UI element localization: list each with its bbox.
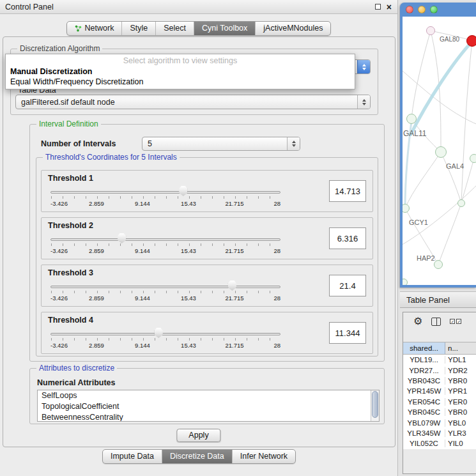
tab-style[interactable]: Style [121,22,155,35]
float-window-icon[interactable] [375,4,381,10]
apply-button[interactable]: Apply [176,429,220,442]
node-GAL11[interactable] [406,114,417,124]
threshold-value-field[interactable]: 14.713 [329,180,366,202]
threshold-value-field[interactable]: 21.4 [329,275,366,296]
tab-impute-data[interactable]: Impute Data [103,450,162,463]
group-title: Attributes to discretize [36,364,117,372]
zoom-button[interactable] [430,6,438,13]
network-canvas[interactable]: GAL80GAL11GAL4GCY1HAP2 [403,17,476,285]
slider-thumb[interactable] [118,233,126,243]
threshold-row: Threshold 2 -3.4262.8599.14415.4321.7152… [41,217,373,259]
combo-stepper-icon[interactable] [287,137,300,150]
list-scrollbar[interactable] [371,390,379,421]
slider-thumb[interactable] [155,328,163,338]
algorithm-placeholder-option[interactable]: Select algorithm to view settings [6,54,355,66]
table-row[interactable]: YDR27...YDR2 [403,365,476,375]
column-header-shared-name[interactable]: shared... [403,342,445,354]
threshold-slider[interactable]: -3.4262.8599.14415.4321.71528 [50,187,280,209]
threshold-slider[interactable]: -3.4262.8599.14415.4321.71528 [50,282,280,303]
scale-tick-label: 21.715 [225,247,243,254]
slider-track[interactable] [50,238,280,241]
table-row[interactable]: YBR045CYBR0 [403,407,476,417]
network-tab-icon [75,25,82,32]
node-unlabeled[interactable] [403,279,408,285]
scrollbar-thumb[interactable] [372,391,378,418]
slider-track[interactable] [50,333,280,335]
table-row[interactable]: YPR145WYPR1 [403,386,476,396]
tab-label: Infer Network [240,452,288,461]
number-of-intervals-combobox[interactable]: 5 [142,137,300,151]
list-item[interactable]: SelfLoops [38,390,379,401]
table-row[interactable]: YBL079WYBL0 [403,417,476,427]
tab-label: Style [130,24,148,33]
table-row[interactable]: YLR345WYLR3 [403,428,476,438]
tab-cyni-toolbox[interactable]: Cyni Toolbox [194,22,255,35]
slider-thumb[interactable] [179,186,187,196]
scale-tick-label: 15.43 [181,342,196,349]
option-equal-width-frequency[interactable]: Equal Width/Frequency Discretization [6,77,355,87]
scale-tick-label: -3.426 [50,342,68,349]
slider-track[interactable] [50,286,280,288]
list-item[interactable]: BetweennessCentrality [38,412,379,422]
slider-scale-labels: -3.4262.8599.14415.4321.71528 [50,247,280,255]
numerical-attributes-label: Numerical Attributes [37,378,115,387]
list-item[interactable]: TopologicalCoefficient [38,401,379,412]
scale-tick-label: 15.43 [181,200,196,207]
tab-network[interactable]: Network [67,22,122,35]
node-label: GAL4 [446,162,464,170]
tab-select[interactable]: Select [155,22,194,35]
column-header-name[interactable]: n... [445,342,476,354]
table-toolbar: ⚙ ✓ ✓ [403,312,476,330]
scale-tick-label: 28 [273,200,280,207]
close-icon[interactable]: × [387,3,392,11]
scale-tick-label: 15.43 [181,247,196,254]
tab-label: Network [85,24,114,33]
node-unlabeled[interactable] [470,154,476,163]
threshold-row: Threshold 1 -3.4262.8599.14415.4321.7152… [41,170,373,212]
tab-jactivemnodules[interactable]: jActiveMNodules [255,22,330,35]
threshold-value-field[interactable]: 11.344 [329,322,366,344]
option-manual-discretization[interactable]: Manual Discretization [6,66,355,77]
table-data-combobox[interactable]: galFiltered.sif default node [15,95,371,109]
slider-thumb[interactable] [228,280,236,291]
tab-discretize-data[interactable]: Discretize Data [162,450,232,463]
node-red[interactable] [466,35,476,47]
node-HAP2[interactable] [434,260,443,269]
table-row[interactable]: YER054CYER0 [403,397,476,407]
scale-tick-label: -3.426 [50,295,68,302]
threshold-value-field[interactable]: 6.316 [329,227,366,249]
gear-icon[interactable]: ⚙ [413,316,422,326]
tab-infer-network[interactable]: Infer Network [232,450,295,463]
table-panel-titlebar[interactable]: Table Panel [400,291,476,308]
control-panel-window: Control Panel × Network Style Select Cyn… [0,0,398,476]
scale-tick-label: -3.426 [50,247,68,254]
combo-stepper-icon[interactable] [357,95,370,109]
threshold-row: Threshold 4 -3.4262.8599.14415.4321.7152… [41,312,373,354]
scale-tick-label: 2.859 [89,342,104,349]
threshold-slider[interactable]: -3.4262.8599.14415.4321.71528 [50,329,280,351]
slider-ticks [51,291,280,293]
tab-label: jActiveMNodules [263,24,323,33]
table-row[interactable]: YBR043CYBR0 [403,376,476,386]
table-row[interactable]: YDL19...YDL1 [403,355,476,365]
slider-scale-labels: -3.4262.8599.14415.4321.71528 [50,295,280,302]
close-button[interactable] [406,6,413,13]
scale-tick-label: 21.715 [225,200,243,207]
node-GAL4[interactable] [435,146,447,158]
table-row[interactable]: YIL052CYIL0 [403,438,476,449]
window-title: Control Panel [0,3,375,12]
slider-track[interactable] [50,191,280,194]
tab-label: Discretize Data [170,452,224,461]
combo-stepper-icon[interactable] [357,60,370,73]
node-GAL80[interactable] [426,26,435,35]
node-unlabeled[interactable] [457,199,465,207]
scale-tick-label: 15.43 [181,295,196,302]
threshold-slider[interactable]: -3.4262.8599.14415.4321.71528 [50,234,280,256]
threshold-label: Threshold 2 [48,221,93,230]
node-label: GAL80 [440,36,459,43]
select-columns-icon[interactable]: ✓ ✓ [450,319,461,324]
table-columns-icon[interactable] [431,318,441,326]
minimize-button[interactable] [418,6,426,13]
scale-tick-label: 21.715 [225,342,243,349]
tab-label: Cyni Toolbox [202,24,247,33]
